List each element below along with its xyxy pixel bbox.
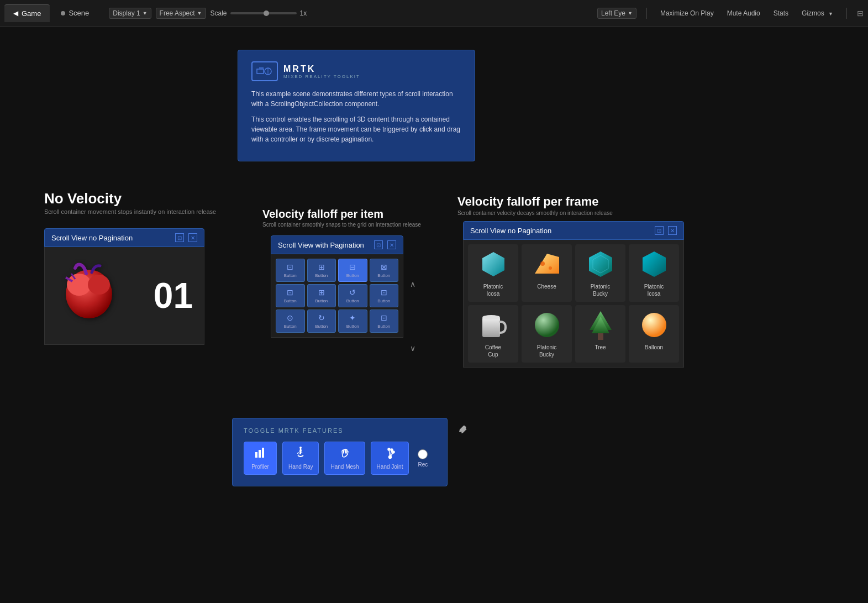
collapse-icon[interactable]: ⊟	[857, 9, 864, 18]
button-grid: ⊡Button⊞Button⊟Button⊠Button⊡Button⊞Butt…	[271, 254, 403, 338]
item-card-2[interactable]: PlatonicBucky	[575, 244, 625, 302]
svg-marker-15	[643, 251, 666, 277]
item-label-3: PlatonicIcosa	[644, 283, 664, 297]
item-label-1: Cheese	[537, 283, 556, 290]
grid-btn-3[interactable]: ⊠Button	[370, 259, 399, 282]
stats-btn[interactable]: Stats	[770, 8, 792, 18]
grid-btn-icon-8: ⊙	[287, 313, 293, 322]
eye-select[interactable]: Left Eye ▼	[597, 8, 636, 19]
no-velocity-section: No Velocity Scroll container movement st…	[44, 190, 216, 215]
maximize-btn[interactable]: Maximize On Play	[657, 8, 717, 18]
grid-btn-11[interactable]: ⊡Button	[370, 310, 399, 333]
grid-btn-9[interactable]: ↻Button	[307, 310, 336, 333]
item-icon-0	[478, 249, 509, 280]
grid-btn-label-6: Button	[346, 298, 359, 303]
tab-scene[interactable]: Scene	[52, 4, 98, 22]
pagination-down-arrow[interactable]: ∨	[410, 344, 415, 353]
grid-btn-1[interactable]: ⊞Button	[307, 259, 336, 282]
heart-3d-model	[56, 258, 122, 333]
grid-btn-label-0: Button	[284, 273, 297, 278]
grid-btn-label-10: Button	[346, 324, 359, 329]
grid-btn-icon-7: ⊡	[381, 288, 387, 297]
velocity-item-subtitle: Scroll container smoothly snaps to the g…	[262, 222, 421, 228]
toggle-btn-icon-3	[384, 447, 396, 462]
gizmos-btn[interactable]: Gizmos ▼	[798, 8, 837, 18]
item-card-7[interactable]: Balloon	[629, 305, 679, 363]
toggle-btn-profiler[interactable]: Profiler	[244, 442, 277, 475]
grid-btn-4[interactable]: ⊡Button	[276, 284, 305, 307]
toggle-btn-hand-ray[interactable]: Hand Ray	[282, 442, 319, 475]
grid-btn-icon-0: ⊡	[287, 263, 293, 271]
grid-btn-7[interactable]: ⊡Button	[370, 284, 399, 307]
pin-icon[interactable]	[457, 426, 471, 442]
svg-point-22	[642, 313, 666, 337]
toggle-btn-label-0: Profiler	[251, 464, 269, 470]
grid-btn-icon-10: ✦	[349, 313, 356, 322]
scroll-right-title: Scroll View no Pagination	[470, 227, 551, 235]
svg-point-26	[299, 447, 302, 449]
scroll-right-minimize-btn[interactable]: ⊡	[655, 226, 664, 235]
display-select[interactable]: Display 1 ▼	[109, 8, 151, 19]
velocity-item-title: Velocity falloff per item	[262, 208, 421, 221]
toggle-btn-hand-mesh[interactable]: Hand Mesh	[324, 442, 365, 475]
scroll-right-icons: ⊡ ✕	[655, 226, 677, 235]
item-icon-1	[532, 249, 562, 280]
separator-1	[646, 8, 647, 19]
item-card-3[interactable]: PlatonicIcosa	[629, 244, 679, 302]
grid-btn-0[interactable]: ⊡Button	[276, 259, 305, 282]
pagination-minimize-btn[interactable]: ⊡	[374, 240, 383, 249]
svg-point-34	[388, 456, 391, 459]
game-tab-icon: ◀	[13, 9, 18, 17]
toggle-btn-icon-1	[294, 447, 307, 462]
scroll-number: 01	[154, 275, 193, 316]
item-card-4[interactable]: CoffeeCup	[468, 305, 518, 363]
pagination-up-arrow[interactable]: ∧	[410, 280, 415, 289]
scroll-left-content: 01	[44, 247, 204, 345]
tab-game[interactable]: ◀ Game	[4, 4, 50, 22]
item-card-0[interactable]: PlatonicIcosa	[468, 244, 518, 302]
item-icon-6	[585, 310, 616, 340]
grid-btn-icon-2: ⊟	[349, 263, 356, 271]
item-icon-5	[532, 310, 562, 340]
item-icon-7	[639, 310, 670, 340]
svg-point-18	[535, 313, 559, 337]
aspect-dropdown-icon: ▼	[197, 11, 202, 16]
scale-thumb[interactable]	[264, 11, 269, 16]
svg-point-6	[88, 275, 110, 295]
grid-btn-label-2: Button	[346, 273, 359, 278]
gizmos-dropdown-icon: ▼	[828, 11, 833, 17]
item-card-5[interactable]: PlatonicBucky	[522, 305, 572, 363]
scroll-left-close-btn[interactable]: ✕	[188, 233, 197, 242]
scroll-view-pagination: Scroll View with Pagination ⊡ ✕ ⊡Button⊞…	[271, 235, 403, 338]
item-card-6[interactable]: Tree	[575, 305, 625, 363]
scale-track[interactable]	[230, 12, 297, 14]
svg-point-33	[392, 451, 394, 453]
item-icon-3	[639, 249, 670, 280]
mute-btn[interactable]: Mute Audio	[724, 8, 764, 18]
grid-btn-label-4: Button	[284, 298, 297, 303]
scroll-left-minimize-btn[interactable]: ⊡	[175, 233, 184, 242]
item-label-2: PlatonicBucky	[591, 283, 611, 297]
mrtk-logo: MRTK MIXED REALITY TOOLKIT	[251, 61, 461, 81]
pagination-close-btn[interactable]: ✕	[387, 240, 396, 249]
toggle-btn-label-1: Hand Ray	[288, 464, 313, 470]
grid-btn-label-1: Button	[315, 273, 328, 278]
pagination-arrows: ∧ ∨	[410, 280, 415, 353]
rec-button[interactable]: Rec	[418, 449, 428, 468]
aspect-select[interactable]: Free Aspect ▼	[156, 8, 206, 19]
scroll-right-close-btn[interactable]: ✕	[668, 226, 677, 235]
items-grid: PlatonicIcosa Cheese PlatonicBucky Plato…	[463, 240, 684, 368]
grid-btn-10[interactable]: ✦Button	[338, 310, 367, 333]
grid-btn-icon-4: ⊡	[287, 288, 293, 297]
grid-btn-6[interactable]: ↺Button	[338, 284, 367, 307]
grid-btn-label-5: Button	[315, 298, 328, 303]
toggle-panel-title: TOGGLE MRTK FEATURES	[244, 427, 436, 434]
grid-btn-5[interactable]: ⊞Button	[307, 284, 336, 307]
toggle-panel: TOGGLE MRTK FEATURES Profiler Hand Ray H…	[232, 418, 448, 486]
toggle-btn-hand-joint[interactable]: Hand Joint	[371, 442, 409, 475]
grid-btn-2[interactable]: ⊟Button	[338, 259, 367, 282]
grid-btn-8[interactable]: ⊙Button	[276, 310, 305, 333]
item-card-1[interactable]: Cheese	[522, 244, 572, 302]
toggle-btn-icon-0	[254, 447, 266, 462]
svg-rect-23	[255, 452, 257, 458]
